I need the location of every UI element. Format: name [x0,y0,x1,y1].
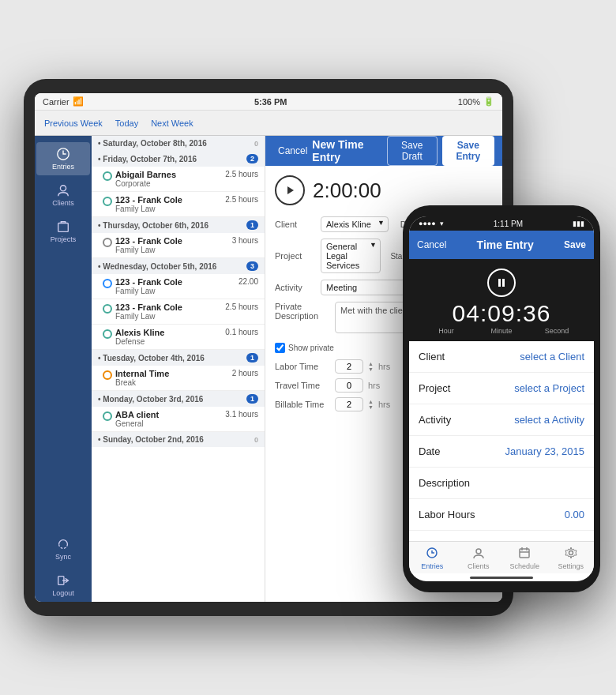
phone-pause-button[interactable] [487,269,516,297]
phone-signal-dots: ●●●● ▾ [419,220,444,227]
phone-row-value: 0.00 [565,509,584,520]
tab-label: Clients [468,562,490,570]
billable-time-stepper: ▲ ▼ [368,399,374,410]
project-input[interactable]: General Legal Services ▼ [321,239,381,273]
show-private-checkbox[interactable] [275,343,285,353]
entry-sub: Break [115,378,229,387]
tablet-status-right: 100% 🔋 [458,96,494,107]
phone-form-row[interactable]: Date January 23, 2015 [409,436,594,468]
show-private-label: Show private [288,344,334,352]
entry-name: 123 - Frank Cole [115,277,235,287]
tab-label: Settings [558,562,584,570]
entry-name: 123 - Frank Cole [115,236,229,246]
tab-icon-entries [426,547,438,562]
entry-item[interactable]: ABA client General 3.1 hours [92,407,265,432]
sidebar-item-entries[interactable]: Entries [36,142,90,175]
phone-row-value: select a Client [520,351,584,363]
battery-icon: 🔋 [483,96,494,107]
phone-form-row: Description [409,468,594,499]
billable-down-icon[interactable]: ▼ [368,404,374,410]
entry-name: Abigail Barnes [115,170,222,179]
entry-item[interactable]: Alexis Kline Defense 0.1 hours [92,325,265,350]
travel-time-input[interactable] [335,378,363,393]
sync-icon [56,537,70,551]
billable-time-label: Billable Time [275,400,330,409]
sidebar-item-sync[interactable]: Sync [36,532,90,565]
entry-icon [103,197,112,206]
day-header: • Friday, October 7th, 20162 [92,151,265,167]
entry-item[interactable]: Abigail Barnes Corporate 2.5 hours [92,167,265,192]
phone-form: Client select a Client Project select a … [409,341,594,541]
billable-time-input[interactable] [335,397,363,411]
timer-time-display: 2:00:00 [313,178,381,203]
entry-item[interactable]: 123 - Frank Cole Family Law 3 hours [92,233,265,258]
phone-form-row[interactable]: Travel Hours 0.00 [409,531,594,541]
labor-time-input[interactable] [335,359,363,374]
phone-timer-display: 04:09:36 [453,300,551,327]
svg-point-14 [569,551,573,555]
today-button[interactable]: Today [112,117,141,130]
tab-icon-schedule [518,547,531,562]
labor-up-icon[interactable]: ▲ [368,361,374,366]
prev-week-button[interactable]: Previous Week [41,117,106,130]
phone-row-label: Activity [419,414,514,426]
cancel-button[interactable]: Cancel [273,142,312,160]
day-badge-zero: 0 [254,140,258,148]
phone-tab-clients[interactable]: Clients [456,542,502,573]
save-entry-button[interactable]: Save Entry [442,136,494,166]
travel-unit: hrs [368,381,380,390]
entry-item[interactable]: 123 - Frank Cole Family Law 2.5 hours [92,192,265,217]
signal-icon: ●●●● [419,220,436,227]
day-header: • Saturday, October 8th, 20160 [92,136,265,151]
phone-form-row[interactable]: Client select a Client [409,341,594,373]
day-header: • Monday, October 3rd, 20161 [92,391,265,407]
labor-down-icon[interactable]: ▼ [368,366,374,372]
sidebar-item-projects[interactable]: Projects [36,215,90,248]
pause-icon [496,277,507,288]
play-button[interactable] [275,175,305,205]
entry-hours: 22.00 [239,277,258,286]
day-badge: 1 [246,353,258,363]
phone-tab-settings[interactable]: Settings [548,542,595,573]
svg-rect-2 [58,224,69,232]
entry-text: 123 - Frank Cole Family Law [115,195,222,213]
timer-display: 2:00:00 [275,175,493,205]
svg-rect-7 [502,279,505,287]
phone-tab-entries[interactable]: Entries [409,542,456,573]
phone-form-row[interactable]: Activity select a Activity [409,404,594,436]
save-draft-button[interactable]: Save Draft [387,136,438,166]
entry-item[interactable]: 123 - Frank Cole Family Law 2.5 hours [92,299,265,325]
entry-name: 123 - Frank Cole [115,195,222,205]
phone-tab-schedule[interactable]: Schedule [501,542,548,573]
tablet-status-left: Carrier 📶 [43,96,84,107]
labor-time-stepper: ▲ ▼ [368,361,374,372]
phone-form-row[interactable]: Project select a Project [409,373,594,404]
new-time-entry-title: New Time Entry [312,138,387,163]
client-input[interactable]: Alexis Kline ▼ [321,216,389,232]
travel-time-label: Travel Time [275,381,330,390]
phone-cancel-button[interactable]: Cancel [417,239,446,250]
clients-icon [56,183,70,197]
entry-text: Alexis Kline Defense [115,328,222,346]
description-label: Private Description [275,302,330,340]
sidebar-item-logout[interactable]: Logout [36,569,90,602]
next-week-button[interactable]: Next Week [148,117,197,130]
entry-item[interactable]: Internal Time Break 2 hours [92,366,265,391]
labor-time-label: Labor Time [275,362,330,371]
phone-form-row[interactable]: Labor Hours 0.00 [409,499,594,531]
day-badge: 1 [246,220,258,230]
entry-item[interactable]: 123 - Frank Cole Family Law 22.00 [92,274,265,299]
billable-up-icon[interactable]: ▲ [368,399,374,404]
phone-timer-area: 04:09:36 Hour Minute Second [409,259,594,341]
phone-row-value: select a Activity [514,414,584,426]
tab-icon-clients [472,547,485,562]
entry-text: ABA client General [115,410,222,428]
project-dropdown-icon: ▼ [370,241,377,249]
entry-icon [103,171,112,181]
phone-save-button[interactable]: Save [564,239,586,250]
hour-label: Hour [419,327,474,335]
entry-text: Internal Time Break [115,369,229,387]
sidebar-item-clients[interactable]: Clients [36,178,90,212]
tablet-status-bar: Carrier 📶 5:36 PM 100% 🔋 [35,93,502,111]
entry-hours: 2 hours [232,369,258,378]
